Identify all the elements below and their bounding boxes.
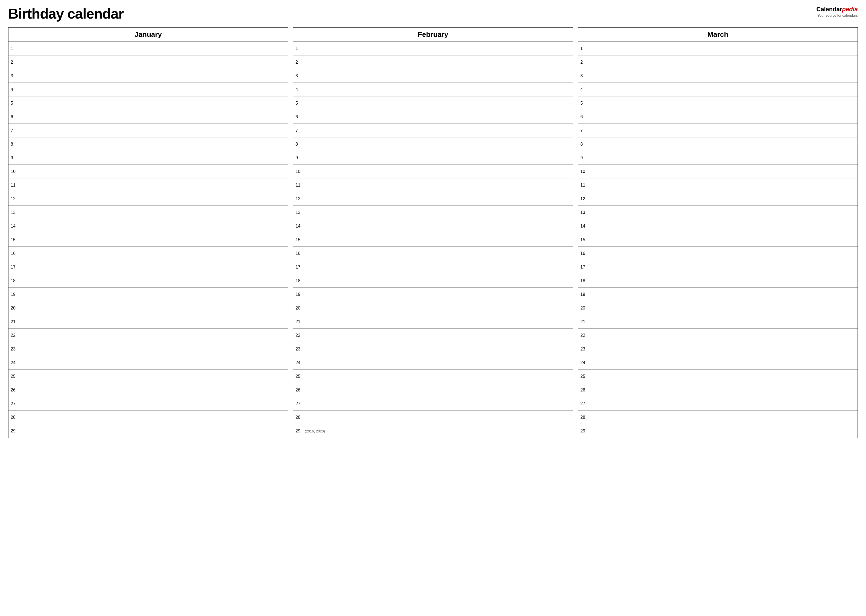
day-number: 7 (11, 128, 19, 133)
brand-calendar: Calendar (816, 6, 842, 13)
day-row: 17 (8, 260, 288, 274)
day-row: 14 (8, 219, 288, 233)
day-row: 3 (293, 69, 573, 83)
day-number: 14 (296, 224, 304, 229)
day-number: 19 (296, 292, 304, 297)
day-number: 28 (11, 415, 19, 420)
day-row: 21 (578, 315, 858, 328)
day-number: 15 (296, 237, 304, 242)
day-row: 5 (578, 96, 858, 110)
day-number: 14 (580, 224, 589, 229)
day-number: 1 (580, 46, 589, 51)
day-row: 13 (8, 206, 288, 219)
day-row: 20 (293, 301, 573, 315)
day-number: 28 (296, 415, 304, 420)
day-number: 12 (296, 196, 304, 201)
day-row: 17 (578, 260, 858, 274)
day-number: 16 (296, 251, 304, 256)
day-number: 2 (580, 60, 589, 65)
day-number: 27 (580, 401, 589, 406)
day-number: 18 (296, 278, 304, 283)
month-header-february: February (293, 28, 573, 42)
day-row: 7 (578, 124, 858, 137)
day-number: 22 (580, 333, 589, 338)
day-row: 27 (578, 397, 858, 410)
day-row: 26 (578, 383, 858, 397)
day-row: 19 (293, 288, 573, 301)
day-number: 17 (11, 265, 19, 270)
day-number: 27 (296, 401, 304, 406)
day-number: 3 (11, 74, 19, 79)
brand-logo: Calendarpedia Your source for calendars (816, 5, 858, 18)
day-number: 11 (11, 183, 19, 188)
day-row: 19 (578, 288, 858, 301)
day-row: 15 (8, 233, 288, 247)
month-header-march: March (578, 28, 858, 42)
day-row: 14 (293, 219, 573, 233)
day-row: 27 (8, 397, 288, 410)
day-number: 24 (580, 360, 589, 365)
day-number: 4 (11, 87, 19, 92)
day-number: 3 (296, 74, 304, 79)
day-number: 8 (296, 142, 304, 147)
day-number: 18 (580, 278, 589, 283)
day-note: (2016, 2020) (305, 429, 325, 433)
day-number: 9 (296, 156, 304, 160)
day-row: 8 (293, 137, 573, 151)
day-number: 26 (296, 388, 304, 393)
day-number: 21 (580, 319, 589, 324)
day-number: 8 (11, 142, 19, 147)
day-number: 29 (11, 429, 19, 434)
day-number: 15 (11, 237, 19, 242)
day-number: 6 (11, 115, 19, 119)
day-row: 24 (578, 356, 858, 369)
day-row: 6 (8, 110, 288, 124)
day-number: 23 (296, 347, 304, 352)
day-row: 24 (8, 356, 288, 369)
day-number: 27 (11, 401, 19, 406)
day-row: 29(2016, 2020) (293, 424, 573, 438)
day-row: 24 (293, 356, 573, 369)
day-number: 11 (580, 183, 589, 188)
day-number: 14 (11, 224, 19, 229)
day-number: 26 (580, 388, 589, 393)
day-row: 20 (8, 301, 288, 315)
day-row: 23 (8, 342, 288, 356)
day-row: 28 (8, 410, 288, 424)
day-number: 25 (296, 374, 304, 379)
day-row: 22 (8, 328, 288, 342)
day-row: 1 (578, 42, 858, 55)
day-number: 20 (11, 306, 19, 311)
day-row: 28 (578, 410, 858, 424)
day-row: 18 (578, 274, 858, 288)
day-number: 24 (11, 360, 19, 365)
day-number: 13 (580, 210, 589, 215)
day-number: 4 (580, 87, 589, 92)
day-row: 9 (293, 151, 573, 165)
day-row: 26 (8, 383, 288, 397)
day-row: 12 (8, 192, 288, 206)
day-row: 11 (578, 178, 858, 192)
day-row: 22 (293, 328, 573, 342)
day-row: 10 (578, 165, 858, 178)
day-row: 12 (578, 192, 858, 206)
day-number: 23 (11, 347, 19, 352)
day-row: 11 (293, 178, 573, 192)
day-row: 16 (578, 247, 858, 260)
day-number: 25 (580, 374, 589, 379)
day-number: 29 (296, 429, 304, 434)
day-number: 13 (296, 210, 304, 215)
brand-tagline: Your source for calendars (816, 13, 858, 18)
day-number: 10 (580, 169, 589, 174)
brand-name: Calendarpedia (816, 5, 858, 13)
day-row: 4 (578, 83, 858, 96)
day-number: 2 (296, 60, 304, 65)
day-row: 26 (293, 383, 573, 397)
month-calendar-february: February12345678910111213141516171819202… (293, 27, 573, 438)
day-number: 8 (580, 142, 589, 147)
day-number: 10 (296, 169, 304, 174)
day-row: 19 (8, 288, 288, 301)
day-row: 11 (8, 178, 288, 192)
month-calendar-january: January123456789101112131415161718192021… (8, 27, 288, 438)
page-title: Birthday calendar (8, 5, 124, 22)
